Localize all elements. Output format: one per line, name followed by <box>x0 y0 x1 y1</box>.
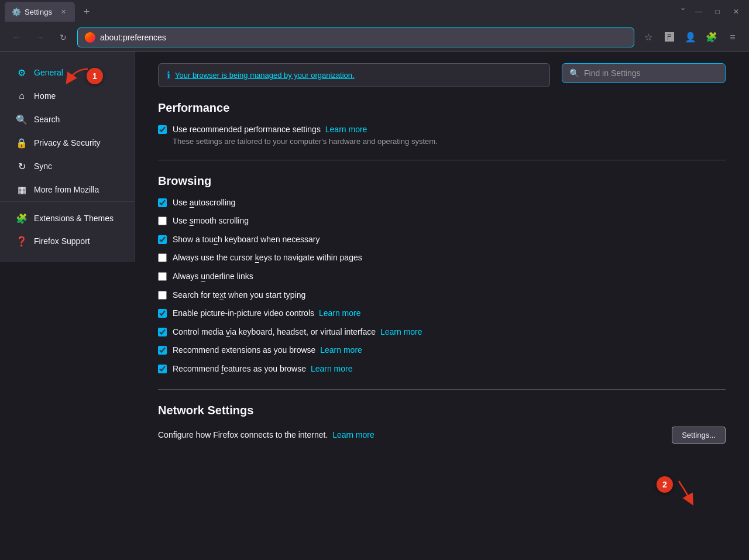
close-button[interactable]: ✕ <box>728 4 744 20</box>
find-search-icon: 🔍 <box>569 68 579 78</box>
recommend-extensions-learn-link[interactable]: Learn more <box>320 345 362 355</box>
toolbar-icons: ☆ 🅿 👤 🧩 ≡ <box>639 28 742 47</box>
main-layout: ⚙ General ⌂ Home 🔍 Search 🔒 Privacy & Se… <box>0 51 749 560</box>
cursor-keys-label[interactable]: Always use the cursor keys to navigate w… <box>173 252 362 264</box>
tab-close-button[interactable]: ✕ <box>59 7 68 16</box>
network-settings-button[interactable]: Settings... <box>672 427 726 444</box>
media-keys-learn-more-link[interactable]: Learn more <box>380 327 422 336</box>
window-controls: ⌄ — □ ✕ <box>680 4 744 20</box>
reload-button[interactable]: ↻ <box>54 28 73 47</box>
sidebar-item-label: Sync <box>34 162 52 171</box>
sidebar-item-search[interactable]: 🔍 Search <box>5 108 129 130</box>
recommended-performance-checkbox[interactable] <box>158 125 167 134</box>
recommend-feat-row: Recommend features as you browse Learn m… <box>158 363 726 375</box>
sidebar-item-extensions[interactable]: 🧩 Extensions & Themes <box>5 207 129 229</box>
new-tab-button[interactable]: + <box>78 4 95 20</box>
underline-links-label[interactable]: Always underline links <box>173 271 253 283</box>
sidebar-item-general[interactable]: ⚙ General <box>5 61 129 84</box>
info-icon: ℹ <box>167 70 170 81</box>
recommend-extensions-checkbox[interactable] <box>158 346 167 355</box>
sidebar-item-mozilla[interactable]: ▦ More from Mozilla <box>5 178 129 201</box>
smooth-scroll-label[interactable]: Use smooth scrolling <box>173 215 249 227</box>
top-controls: ℹ Your browser is being managed by your … <box>158 63 726 87</box>
extensions-sidebar-icon: 🧩 <box>16 213 27 224</box>
forward-button[interactable]: → <box>30 28 49 47</box>
content-wrapper: ℹ Your browser is being managed by your … <box>135 51 749 560</box>
recommended-performance-label[interactable]: Use recommended performance settings Lea… <box>173 124 438 136</box>
extensions-icon[interactable]: 🧩 <box>702 28 721 47</box>
autoscroll-checkbox[interactable] <box>158 198 167 207</box>
media-keys-row: Control media via keyboard, headset, or … <box>158 327 726 338</box>
cursor-keys-row: Always use the cursor keys to navigate w… <box>158 252 726 264</box>
find-in-settings-box[interactable]: 🔍 <box>562 63 726 83</box>
sidebar-item-label: Search <box>34 115 60 124</box>
home-icon: ⌂ <box>16 91 27 101</box>
sync-icon: ↻ <box>16 161 27 171</box>
sidebar: ⚙ General ⌂ Home 🔍 Search 🔒 Privacy & Se… <box>0 51 135 262</box>
minimize-button[interactable]: — <box>690 4 707 20</box>
touch-keyboard-row: Show a touch keyboard when necessary <box>158 234 726 246</box>
sidebar-wrapper: ⚙ General ⌂ Home 🔍 Search 🔒 Privacy & Se… <box>0 51 135 560</box>
network-settings-row: Configure how Firefox connects to the in… <box>158 427 726 444</box>
pip-label[interactable]: Enable picture-in-picture video controls… <box>173 308 361 319</box>
performance-divider <box>158 160 726 160</box>
tab-chevron-icon[interactable]: ⌄ <box>680 4 686 20</box>
pip-checkbox[interactable] <box>158 309 167 318</box>
back-button[interactable]: ← <box>7 28 26 47</box>
settings-tab[interactable]: ⚙️ Settings ✕ <box>5 2 75 22</box>
smooth-scroll-checkbox[interactable] <box>158 217 167 225</box>
sidebar-item-label: Extensions & Themes <box>34 214 114 223</box>
network-learn-more-link[interactable]: Learn more <box>332 430 374 439</box>
browsing-divider <box>158 389 726 390</box>
find-in-settings-input[interactable] <box>584 68 718 78</box>
address-text: about:preferences <box>100 33 166 42</box>
browsing-title: Browsing <box>158 174 726 188</box>
navbar: ← → ↻ about:preferences ☆ 🅿 👤 🧩 ≡ <box>0 23 749 51</box>
smooth-scroll-row: Use smooth scrolling <box>158 215 726 227</box>
media-keys-checkbox[interactable] <box>158 328 167 336</box>
performance-learn-more-link[interactable]: Learn more <box>325 125 367 134</box>
account-icon[interactable]: 👤 <box>681 28 700 47</box>
tab-bar: ⚙️ Settings ✕ + <box>5 2 675 22</box>
media-keys-label[interactable]: Control media via keyboard, headset, or … <box>173 327 422 338</box>
recommended-performance-row: Use recommended performance settings Lea… <box>158 124 726 146</box>
sidebar-item-label: More from Mozilla <box>34 185 99 194</box>
sidebar-item-label: General <box>34 68 63 77</box>
recommend-features-learn-link[interactable]: Learn more <box>311 364 353 373</box>
touch-keyboard-label[interactable]: Show a touch keyboard when necessary <box>173 234 319 246</box>
firefox-logo-icon <box>85 32 95 43</box>
sidebar-item-label: Privacy & Security <box>34 138 101 147</box>
sidebar-item-label: Home <box>34 91 56 101</box>
cursor-keys-checkbox[interactable] <box>158 253 167 262</box>
touch-keyboard-checkbox[interactable] <box>158 235 167 244</box>
mozilla-icon: ▦ <box>16 184 27 195</box>
network-description: Configure how Firefox connects to the in… <box>158 430 374 439</box>
gear-icon: ⚙ <box>16 67 27 78</box>
network-title: Network Settings <box>158 404 726 417</box>
autoscroll-label[interactable]: Use autoscrolling <box>173 197 235 209</box>
recommend-features-label[interactable]: Recommend features as you browse Learn m… <box>173 363 353 375</box>
sidebar-item-support[interactable]: ❓ Firefox Support <box>5 230 129 252</box>
menu-icon[interactable]: ≡ <box>723 28 742 47</box>
recommend-ext-row: Recommend extensions as you browse Learn… <box>158 345 726 356</box>
search-text-checkbox[interactable] <box>158 291 167 300</box>
pocket-icon[interactable]: 🅿 <box>660 28 679 47</box>
underline-links-checkbox[interactable] <box>158 272 167 281</box>
recommend-extensions-label[interactable]: Recommend extensions as you browse Learn… <box>173 345 362 356</box>
maximize-button[interactable]: □ <box>709 4 726 20</box>
help-icon: ❓ <box>16 236 27 246</box>
lock-icon: 🔒 <box>16 138 27 148</box>
search-text-row: Search for text when you start typing <box>158 290 726 301</box>
pip-learn-more-link[interactable]: Learn more <box>319 308 361 318</box>
sidebar-item-sync[interactable]: ↻ Sync <box>5 155 129 177</box>
recommend-features-checkbox[interactable] <box>158 365 167 373</box>
bookmark-icon[interactable]: ☆ <box>639 28 658 47</box>
sidebar-bottom: 🧩 Extensions & Themes ❓ Firefox Support <box>0 201 134 253</box>
notice-banner: ℹ Your browser is being managed by your … <box>158 63 550 87</box>
notice-link[interactable]: Your browser is being managed by your or… <box>175 71 355 80</box>
sidebar-item-privacy[interactable]: 🔒 Privacy & Security <box>5 132 129 154</box>
address-bar[interactable]: about:preferences <box>77 28 634 47</box>
content-area: ℹ Your browser is being managed by your … <box>135 51 749 560</box>
sidebar-item-home[interactable]: ⌂ Home <box>5 85 129 107</box>
search-text-label[interactable]: Search for text when you start typing <box>173 290 305 301</box>
